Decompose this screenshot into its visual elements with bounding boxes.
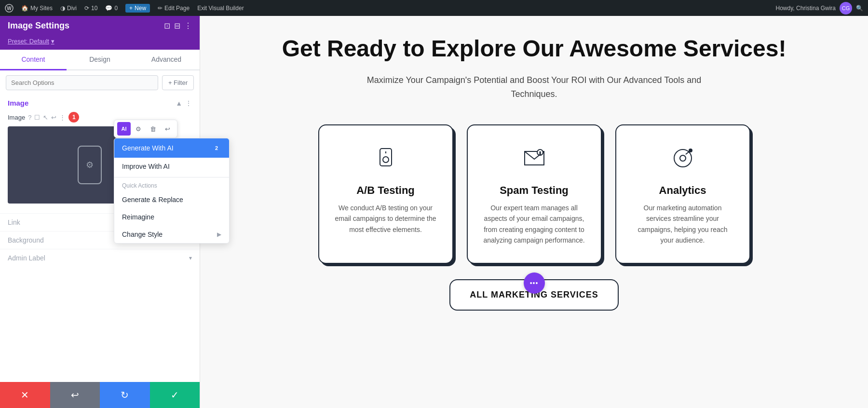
image-section-title: Image — [8, 99, 28, 107]
divi-icon: ◑ — [60, 5, 65, 12]
card-ab-testing: A/B Testing We conduct A/B testing on yo… — [318, 124, 453, 264]
toolbar-undo-button[interactable]: ↩ — [161, 122, 174, 136]
filter-button[interactable]: + Filter — [162, 75, 194, 90]
admin-bar-comments[interactable]: 💬 0 — [105, 5, 118, 12]
spam-testing-title: Spam Testing — [500, 184, 569, 197]
admin-bar-search-icon[interactable]: 🔍 — [856, 5, 863, 12]
cancel-button[interactable]: ✕ — [0, 382, 50, 408]
admin-bar-user-greeting[interactable]: Howdy, Christina Gwira — [776, 5, 836, 12]
card-spam-testing: ! Spam Testing Our expert team manages a… — [467, 124, 602, 264]
sidebar-preset[interactable]: Preset: Default ▾ — [0, 36, 200, 50]
toolbar-gear-button[interactable]: ⚙ — [132, 122, 145, 136]
admin-bar-right: Howdy, Christina Gwira CG 🔍 — [776, 2, 863, 14]
trash-icon: 🗑 — [150, 125, 156, 133]
ab-testing-desc: We conduct A/B testing on your email cam… — [334, 203, 438, 235]
all-services-btn-container: ••• All Marketing Services — [449, 279, 618, 311]
wp-logo[interactable]: W — [5, 4, 14, 13]
image-section: Image ▲ ⋮ Image ? ☐ ↖ ↩ ⋮ 1 — [0, 95, 200, 213]
comments-icon: 💬 — [105, 5, 112, 12]
sidebar-title: Image Settings — [8, 21, 69, 31]
ab-testing-icon — [372, 145, 399, 177]
search-input[interactable] — [6, 75, 158, 90]
image-section-icons: ▲ ⋮ — [176, 99, 192, 107]
all-services-fab[interactable]: ••• — [524, 272, 545, 294]
phone-preview: ⚙ — [78, 146, 102, 184]
image-cursor-icon[interactable]: ↖ — [43, 114, 48, 121]
ai-button[interactable]: AI — [117, 122, 131, 136]
sidebar: Image Settings ⊡ ⊟ ⋮ Preset: Default ▾ C… — [0, 16, 200, 408]
generate-with-ai-item[interactable]: Generate With AI 2 — [114, 138, 229, 158]
admin-bar-exit-visual-builder[interactable]: Exit Visual Builder — [197, 5, 244, 12]
plus-icon: + — [129, 5, 133, 12]
wordpress-icon: W — [5, 4, 14, 13]
ab-testing-title: A/B Testing — [356, 184, 415, 197]
card-analytics: Analytics Our marketing automation servi… — [615, 124, 750, 264]
tab-advanced[interactable]: Advanced — [133, 50, 200, 70]
image-preview-container: ⚙ AI ⚙ 🗑 ↩ — [8, 126, 192, 204]
admin-bar-updates[interactable]: ⟳ 10 — [84, 5, 97, 12]
fab-dots-icon: ••• — [530, 279, 539, 287]
image-help-icon[interactable]: ? — [28, 114, 31, 121]
admin-bar-new-button[interactable]: + New — [125, 4, 150, 13]
dropdown-divider-1 — [114, 177, 229, 177]
image-mobile-icon[interactable]: ☐ — [34, 114, 40, 121]
chevron-right-icon: ▶ — [217, 231, 221, 238]
sidebar-header: Image Settings ⊡ ⊟ ⋮ — [0, 16, 200, 36]
image-collapse-icon[interactable]: ▲ — [176, 99, 182, 107]
admin-label-section-header[interactable]: Admin Label ▾ — [8, 254, 192, 262]
updates-icon: ⟳ — [84, 5, 89, 12]
spam-testing-desc: Our expert team manages all aspects of y… — [482, 203, 586, 246]
main-layout: Image Settings ⊡ ⊟ ⋮ Preset: Default ▾ C… — [0, 16, 868, 408]
quick-actions-label: Quick Actions — [114, 179, 229, 191]
page-title: Get Ready to Explore Our Awesome Service… — [229, 35, 839, 62]
sidebar-more-icon[interactable]: ⋮ — [184, 21, 192, 30]
image-more-icon[interactable]: ⋮ — [185, 99, 192, 107]
svg-point-9 — [689, 149, 692, 152]
image-undo-icon[interactable]: ↩ — [51, 114, 56, 121]
undo-icon: ↩ — [165, 125, 170, 133]
admin-bar-edit-page[interactable]: ✏ Edit Page — [158, 5, 190, 12]
badge-2: 2 — [212, 143, 221, 153]
sidebar-tabs: Content Design Advanced — [0, 50, 200, 70]
cards-row: A/B Testing We conduct A/B testing on yo… — [229, 124, 839, 264]
tab-design[interactable]: Design — [67, 50, 133, 70]
analytics-desc: Our marketing automation services stream… — [631, 203, 735, 246]
sidebar-columns-icon[interactable]: ⊟ — [174, 21, 180, 30]
image-options-icon[interactable]: ⋮ — [59, 114, 66, 121]
svg-text:!: ! — [539, 151, 541, 155]
svg-text:W: W — [7, 6, 12, 11]
gear-icon: ⚙ — [136, 125, 141, 133]
gear-on-phone-icon: ⚙ — [86, 160, 94, 170]
tab-content[interactable]: Content — [0, 50, 67, 70]
change-style-item[interactable]: Change Style ▶ — [114, 226, 229, 243]
toolbar-delete-button[interactable]: 🗑 — [146, 122, 160, 136]
edit-icon: ✏ — [158, 5, 163, 12]
admin-bar-divi[interactable]: ◑ Divi — [60, 5, 77, 12]
sidebar-bottom-bar: ✕ ↩ ↻ ✓ — [0, 382, 200, 408]
sidebar-search-area: + Filter — [0, 70, 200, 95]
save-button[interactable]: ✓ — [150, 382, 200, 408]
analytics-title: Analytics — [659, 184, 706, 197]
ai-toolbar: AI ⚙ 🗑 ↩ — [114, 120, 177, 138]
undo-button[interactable]: ↩ — [50, 382, 100, 408]
sidebar-expand-icon[interactable]: ⊡ — [164, 21, 170, 30]
generate-replace-item[interactable]: Generate & Replace — [114, 191, 229, 208]
all-services-wrapper: ••• All Marketing Services — [229, 279, 839, 311]
spam-testing-icon: ! — [521, 145, 548, 177]
phone-icon: ⚙ — [78, 146, 102, 184]
improve-with-ai-item[interactable]: Improve With AI — [114, 158, 229, 175]
admin-label-chevron-icon: ▾ — [189, 255, 192, 261]
badge-1: 1 — [68, 112, 79, 122]
reimagine-item[interactable]: Reimagine — [114, 208, 229, 226]
main-content: Get Ready to Explore Our Awesome Service… — [200, 16, 868, 408]
redo-button[interactable]: ↻ — [100, 382, 150, 408]
image-section-header: Image ▲ ⋮ — [8, 99, 192, 107]
admin-label-section: Admin Label ▾ — [0, 249, 200, 267]
ai-dropdown-menu: Generate With AI 2 Improve With AI Quick… — [114, 138, 230, 244]
user-avatar[interactable]: CG — [840, 2, 852, 14]
sidebar-header-icons: ⊡ ⊟ ⋮ — [164, 21, 192, 30]
home-icon: 🏠 — [21, 5, 28, 12]
analytics-icon — [669, 145, 696, 177]
admin-bar: W 🏠 My Sites ◑ Divi ⟳ 10 💬 0 + New ✏ Edi… — [0, 0, 868, 16]
admin-bar-mysites[interactable]: 🏠 My Sites — [21, 5, 53, 12]
